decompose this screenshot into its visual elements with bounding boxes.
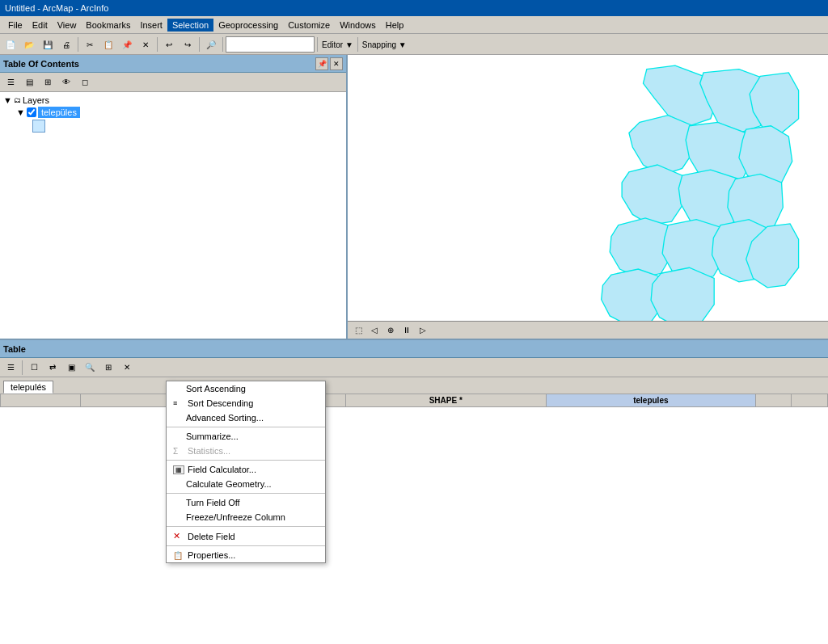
map-pan[interactable]: ⊕ bbox=[383, 323, 398, 338]
menu-help[interactable]: Help bbox=[381, 19, 409, 32]
toc-toolbar: ☰ ▤ ⊞ 👁 ◻ bbox=[0, 73, 346, 92]
map-pause[interactable]: ⏸ bbox=[399, 323, 414, 338]
toc-display-btn[interactable]: ▤ bbox=[20, 74, 38, 91]
sep1 bbox=[78, 37, 78, 52]
undo-btn[interactable]: ↩ bbox=[160, 36, 178, 53]
table-zoom[interactable]: 🔍 bbox=[81, 359, 99, 377]
sigma-icon: Σ bbox=[173, 447, 184, 456]
sep2 bbox=[157, 37, 158, 52]
menu-selection[interactable]: Selection bbox=[167, 19, 213, 32]
toc-content: ▼ 🗂 Layers ▼ települes bbox=[0, 92, 346, 339]
toc-sel-btn[interactable]: ◻ bbox=[76, 74, 94, 91]
expand-icon[interactable]: ▼ bbox=[3, 95, 12, 105]
toc-pin-btn[interactable]: 📌 bbox=[315, 57, 328, 70]
map-forward[interactable]: ▷ bbox=[416, 323, 430, 338]
table-options-btn[interactable]: ☰ bbox=[2, 359, 19, 377]
menu-customize[interactable]: Customize bbox=[283, 19, 335, 32]
new-btn[interactable]: 📄 bbox=[2, 36, 19, 53]
ctx-properties[interactable]: 📋 Properties... bbox=[167, 548, 325, 562]
ctx-advanced-sort[interactable]: Advanced Sorting... bbox=[167, 410, 325, 425]
main-toolbar: 📄 📂 💾 🖨 ✂ 📋 📌 ✕ ↩ ↪ 🔎 Editor ▼ Snapping … bbox=[0, 34, 828, 55]
layer-symbol-box bbox=[32, 120, 45, 133]
menu-view[interactable]: View bbox=[53, 19, 82, 32]
toc-close-btn[interactable]: ✕ bbox=[330, 57, 343, 70]
layer-name[interactable]: települes bbox=[38, 107, 80, 118]
table-tab-telepules[interactable]: telepulés bbox=[3, 381, 53, 394]
content-area: Table Of Contents 📌 ✕ ☰ ▤ ⊞ 👁 ◻ ▼ � bbox=[0, 55, 828, 644]
layers-folder-icon: 🗂 bbox=[14, 96, 21, 104]
layers-label: Layers bbox=[23, 95, 49, 105]
scale-input[interactable] bbox=[226, 36, 315, 53]
col-shape[interactable]: SHAPE * bbox=[345, 394, 546, 407]
col-5[interactable] bbox=[792, 394, 828, 407]
calc-icon: ▦ bbox=[173, 465, 184, 474]
ctx-field-calc[interactable]: ▦ Field Calculator... bbox=[167, 462, 325, 477]
col-4[interactable] bbox=[755, 394, 792, 407]
nav-btn[interactable]: 🔎 bbox=[202, 36, 220, 53]
toc-vis-btn[interactable]: 👁 bbox=[57, 74, 75, 91]
table-delete[interactable]: ✕ bbox=[118, 359, 136, 377]
editor-label: Editor ▼ bbox=[320, 40, 355, 49]
menu-windows[interactable]: Windows bbox=[335, 19, 381, 32]
table-toolbar: ☰ ☐ ⇄ ▣ 🔍 ⊞ ✕ bbox=[0, 358, 828, 377]
map-bottom-bar: ⬚ ◁ ⊕ ⏸ ▷ bbox=[348, 321, 828, 339]
map-zoom-prev[interactable]: ◁ bbox=[367, 323, 382, 338]
sep5 bbox=[317, 37, 318, 52]
table-header-bar: Table bbox=[0, 340, 828, 358]
delete-btn[interactable]: ✕ bbox=[137, 36, 154, 53]
title-bar: Untitled - ArcMap - ArcInfo bbox=[0, 0, 828, 16]
menu-insert[interactable]: Insert bbox=[135, 19, 167, 32]
table-panel: Table ☰ ☐ ⇄ ▣ 🔍 ⊞ ✕ telepulés OB bbox=[0, 339, 828, 644]
print-btn[interactable]: 🖨 bbox=[57, 36, 75, 53]
ctx-sort-desc[interactable]: ≡ Sort Descending bbox=[167, 396, 325, 410]
col-telepules[interactable]: telepules bbox=[546, 394, 755, 407]
copy-btn[interactable]: 📋 bbox=[99, 36, 117, 53]
title-text: Untitled - ArcMap - ArcInfo bbox=[5, 3, 108, 13]
sep3 bbox=[199, 37, 200, 52]
map-zoom-full[interactable]: ⬚ bbox=[351, 323, 365, 338]
toc-title: Table Of Contents bbox=[3, 59, 79, 69]
ctx-sort-asc[interactable]: Sort Ascending bbox=[167, 381, 325, 396]
redo-btn[interactable]: ↪ bbox=[179, 36, 196, 53]
menu-geoprocessing[interactable]: Geoprocessing bbox=[213, 19, 283, 32]
ctx-sep5 bbox=[167, 545, 325, 546]
col-rownum bbox=[1, 394, 81, 407]
open-btn[interactable]: 📂 bbox=[20, 36, 38, 53]
paste-btn[interactable]: 📌 bbox=[118, 36, 136, 53]
toc-layers-group: ▼ 🗂 Layers bbox=[3, 95, 343, 105]
ctx-freeze[interactable]: Freeze/Unfreeze Column bbox=[167, 510, 325, 524]
menu-bookmarks[interactable]: Bookmarks bbox=[81, 19, 135, 32]
layer-symbol bbox=[3, 120, 343, 133]
table-clear-sel[interactable]: ☐ bbox=[25, 359, 43, 377]
menu-file[interactable]: File bbox=[3, 19, 27, 32]
ctx-delete-field[interactable]: ✕ Delete Field bbox=[167, 528, 325, 544]
toc-source-btn[interactable]: ⊞ bbox=[39, 74, 57, 91]
snapping-label: Snapping ▼ bbox=[361, 40, 408, 49]
context-menu: Sort Ascending ≡ Sort Descending Advance… bbox=[166, 381, 326, 563]
ctx-summarize[interactable]: Summarize... bbox=[167, 429, 325, 444]
menu-edit[interactable]: Edit bbox=[27, 19, 53, 32]
save-btn[interactable]: 💾 bbox=[39, 36, 57, 53]
ctx-calc-geom[interactable]: Calculate Geometry... bbox=[167, 477, 325, 491]
ctx-sep3 bbox=[167, 493, 325, 494]
sep4 bbox=[222, 37, 223, 52]
map-canvas bbox=[348, 55, 828, 339]
grid-container[interactable]: OBJECTID * SHAPE * telepules bbox=[0, 394, 828, 644]
table-add-col[interactable]: ⊞ bbox=[99, 359, 117, 377]
layer-checkbox[interactable] bbox=[27, 107, 36, 117]
toc-panel: Table Of Contents 📌 ✕ ☰ ▤ ⊞ 👁 ◻ ▼ � bbox=[0, 55, 348, 339]
table-switch-sel[interactable]: ⇄ bbox=[44, 359, 61, 377]
cut-btn[interactable]: ✂ bbox=[81, 36, 99, 53]
table-header-title: Table bbox=[3, 344, 26, 354]
layer-expand-icon[interactable]: ▼ bbox=[16, 107, 25, 117]
table-sep1 bbox=[22, 360, 23, 375]
toc-header: Table Of Contents 📌 ✕ bbox=[0, 55, 346, 73]
table-sel-all[interactable]: ▣ bbox=[62, 359, 80, 377]
sep6 bbox=[357, 37, 358, 52]
toc-header-controls: 📌 ✕ bbox=[315, 57, 343, 70]
delete-icon: ✕ bbox=[173, 531, 184, 541]
ctx-turn-field-off[interactable]: Turn Field Off bbox=[167, 495, 325, 510]
map-area[interactable]: ⬚ ◁ ⊕ ⏸ ▷ bbox=[348, 55, 828, 339]
ctx-sep2 bbox=[167, 460, 325, 461]
toc-list-btn[interactable]: ☰ bbox=[2, 74, 19, 91]
